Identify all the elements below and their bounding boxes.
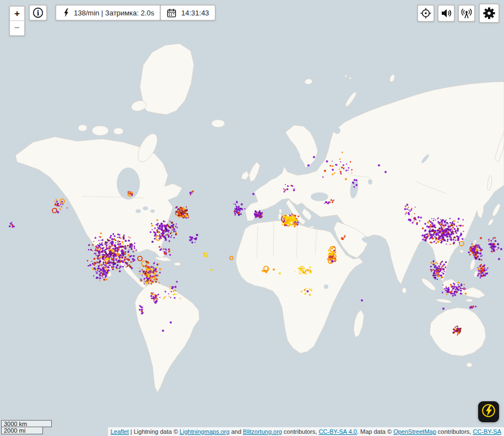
map-canvas[interactable]: + − i 138/min | Затримка: 2.0s xyxy=(0,0,504,436)
lightning-circle-icon xyxy=(479,401,498,422)
attribution-text: contributors, xyxy=(282,428,319,435)
clock-text: 14:31:43 xyxy=(181,9,209,17)
attribution: Leaflet | Lightning data © Lightningmaps… xyxy=(108,427,504,436)
attribution-link[interactable]: OpenStreetMap xyxy=(393,428,436,435)
land-tasmania xyxy=(467,363,472,367)
info-button[interactable]: i xyxy=(29,4,47,21)
speaker-icon xyxy=(440,7,452,19)
land-java xyxy=(436,298,452,304)
land-ireland xyxy=(241,171,249,180)
land-philippines xyxy=(469,259,476,270)
strike-rate-control: 138/min | Затримка: 2.0s xyxy=(55,4,161,21)
sound-button[interactable] xyxy=(437,4,455,22)
zoom-control: + − xyxy=(9,6,25,36)
signal-button[interactable] xyxy=(458,4,475,22)
land-arctic-island xyxy=(113,128,123,134)
attribution-link[interactable]: Blitzortung.org xyxy=(243,428,282,435)
land-madagascar xyxy=(354,310,364,337)
attribution-text: and xyxy=(230,428,243,435)
land-arctic-island xyxy=(78,125,87,131)
land-britain xyxy=(249,162,260,182)
land-sri-lanka xyxy=(402,288,407,293)
scale-km: 3000 km xyxy=(1,420,52,427)
land-franz-josef xyxy=(349,77,351,79)
lightning-toggle-button[interactable] xyxy=(478,401,499,422)
attribution-text: | Lightning data © xyxy=(129,428,180,435)
land-greenland xyxy=(140,44,194,115)
land-novaya-zemlya xyxy=(344,91,358,108)
land-sumatra xyxy=(420,277,437,292)
crosshair-icon xyxy=(420,7,432,19)
zoom-out-button[interactable]: − xyxy=(10,21,24,35)
attribution-text-container: Leaflet | Lightning data © Lightningmaps… xyxy=(111,428,501,435)
land-svalbard xyxy=(304,78,313,85)
broadcast-antenna-icon xyxy=(460,7,473,19)
scale-control: 3000 km 2000 mi xyxy=(1,420,52,434)
land-corsica xyxy=(279,209,282,213)
land-japan-honshu xyxy=(491,203,501,218)
clock-control: 14:31:43 xyxy=(160,4,216,21)
gear-icon xyxy=(481,6,497,21)
attribution-link[interactable]: CC-BY-SA xyxy=(473,428,501,435)
attribution-text: contributors, xyxy=(436,428,473,435)
attribution-text: . Map data © xyxy=(357,428,393,435)
attribution-link[interactable]: Lightningmaps.org xyxy=(180,428,230,435)
svg-text:i: i xyxy=(37,9,40,17)
locate-button[interactable] xyxy=(417,4,435,22)
land-lesser-sunda xyxy=(466,299,473,302)
world-map xyxy=(0,0,504,436)
land-iceland xyxy=(212,120,225,127)
scale-mi: 2000 mi xyxy=(1,427,43,434)
land-victoria-island xyxy=(92,126,109,136)
strike-rate-text: 138/min | Затримка: 2.0s xyxy=(74,9,154,17)
land-hainan xyxy=(460,250,463,253)
land-sardinia xyxy=(278,213,281,220)
land-japan-kyushu xyxy=(487,218,495,227)
zoom-in-button[interactable]: + xyxy=(10,7,24,21)
land-franz-josef xyxy=(345,75,347,77)
settings-button[interactable] xyxy=(479,3,500,23)
info-icon: i xyxy=(32,7,44,19)
land-south-america xyxy=(135,282,199,392)
attribution-link[interactable]: CC-BY-SA 4.0 xyxy=(319,428,357,435)
land-cuba xyxy=(155,257,172,261)
land-hispaniola xyxy=(174,262,181,266)
land-severnaya-zemlya xyxy=(389,74,395,83)
attribution-link[interactable]: Leaflet xyxy=(111,428,129,435)
lightning-icon xyxy=(62,7,70,18)
calendar-icon xyxy=(166,8,177,18)
